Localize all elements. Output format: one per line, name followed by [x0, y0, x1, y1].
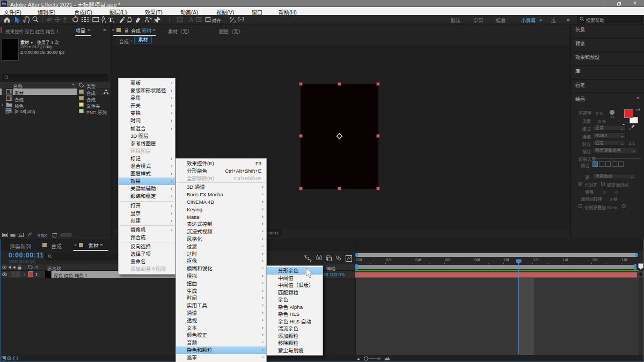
svg-text:8a: 8a [19, 234, 23, 237]
svg-text:8 bpc: 8 bpc [38, 233, 48, 238]
svg-text:T: T [108, 16, 113, 24]
